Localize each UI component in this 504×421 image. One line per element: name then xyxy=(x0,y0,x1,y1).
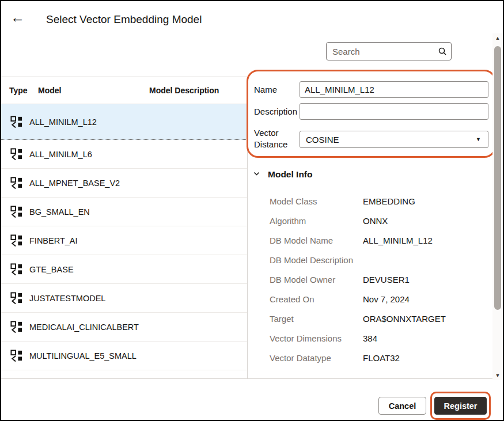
model-name: FINBERT_AI xyxy=(29,236,78,245)
model-name: JUSTATESTMODEL xyxy=(29,294,105,303)
column-header-type: Type xyxy=(9,86,28,95)
model-type-icon xyxy=(1,349,29,362)
model-info-title: Model Info xyxy=(268,169,313,180)
model-name: ALL_MINILM_L6 xyxy=(29,150,92,159)
model-info-fields: Model Class EMBEDDING Algorithm ONNX DB … xyxy=(270,196,490,372)
model-name: GTE_BASE xyxy=(29,265,74,274)
model-info-row: Created On Nov 7, 2024 xyxy=(270,294,490,305)
field-value: FLOAT32 xyxy=(363,352,400,364)
model-info-row: DB Model Name ALL_MINILM_L12 xyxy=(270,235,490,246)
model-info-row: Algorithm ONNX xyxy=(270,215,490,227)
field-label: Vector Dimensions xyxy=(270,333,363,344)
model-name: MULTILINGUAL_E5_SMALL xyxy=(29,351,137,361)
table-row[interactable]: MEDICALAI_CLINICALBERT xyxy=(1,313,247,342)
register-button[interactable]: Register xyxy=(434,397,487,415)
model-info-row: Vector Datatype FLOAT32 xyxy=(270,352,490,364)
select-vector-embedding-model-dialog: ← Select Vector Embedding Model Type Mod… xyxy=(0,0,504,421)
field-value: ORA$ONNXTARGET xyxy=(363,313,446,325)
model-name: ALL_MINILM_L12 xyxy=(29,117,97,127)
field-value: ALL_MINILM_L12 xyxy=(363,235,433,246)
description-field[interactable] xyxy=(300,103,488,120)
search-input[interactable] xyxy=(327,47,434,56)
table-header: Type Model Model Description xyxy=(1,77,247,104)
field-label: DB Model Description xyxy=(270,255,363,266)
collapse-chevron-icon xyxy=(253,169,260,180)
scroll-down-icon[interactable]: ▼ xyxy=(492,371,503,380)
table-row[interactable]: JUSTATESTMODEL xyxy=(1,284,247,313)
model-name: BG_SMALL_EN xyxy=(29,207,90,217)
field-value: Nov 7, 2024 xyxy=(363,294,410,305)
table-row[interactable]: MULTILINGUAL_E5_SMALL xyxy=(1,342,247,370)
column-header-model-description: Model Description xyxy=(149,86,219,95)
field-label: Model Class xyxy=(270,196,363,207)
model-type-icon xyxy=(1,234,29,247)
vector-distance-value: COSINE xyxy=(306,135,339,145)
back-arrow-icon: ← xyxy=(10,9,25,25)
model-type-icon xyxy=(1,176,29,189)
field-value: EMBEDDING xyxy=(363,196,415,207)
table-row[interactable]: ALL_MINILM_L12 xyxy=(1,104,247,140)
field-label: DB Model Name xyxy=(270,235,363,246)
table-row[interactable]: FINBERT_AI xyxy=(1,226,247,255)
field-label: Created On xyxy=(270,294,363,305)
model-type-icon xyxy=(1,320,29,333)
field-value: DEVUSER1 xyxy=(363,274,410,286)
field-label: Algorithm xyxy=(270,215,363,227)
model-info-row: Vector Dimensions 384 xyxy=(270,333,490,344)
table-row[interactable]: GTE_BASE xyxy=(1,255,247,284)
model-name: ALL_MPNET_BASE_V2 xyxy=(29,179,120,188)
search-box xyxy=(326,42,452,60)
scrollbar-thumb[interactable] xyxy=(494,46,501,310)
table-row[interactable]: ALL_MPNET_BASE_V2 xyxy=(1,169,247,198)
model-info-section-toggle[interactable]: Model Info xyxy=(253,169,313,180)
model-type-icon xyxy=(1,263,29,276)
scroll-up-icon[interactable]: ▲ xyxy=(492,33,503,43)
panel-divider xyxy=(247,77,248,379)
model-type-icon xyxy=(1,291,29,305)
search-icon[interactable] xyxy=(434,47,451,56)
model-name: MEDICALAI_CLINICALBERT xyxy=(29,323,139,332)
table-row[interactable]: BG_SMALL_EN xyxy=(1,198,247,226)
table-row[interactable]: ALL_MINILM_L6 xyxy=(1,140,247,169)
name-field[interactable] xyxy=(300,81,488,98)
field-label: Vector Datatype xyxy=(270,352,363,364)
model-list: ALL_MINILM_L12 ALL_MINILM_L6 ALL_MPNET_B… xyxy=(1,104,247,370)
model-info-row: DB Model Description xyxy=(270,255,490,266)
vertical-scrollbar[interactable]: ▲ ▼ xyxy=(492,33,503,380)
model-info-row: DB Model Owner DEVUSER1 xyxy=(270,274,490,286)
model-type-icon xyxy=(1,147,29,161)
column-header-model: Model xyxy=(38,86,61,95)
vector-distance-select[interactable]: COSINE ▼ xyxy=(300,131,488,148)
field-label: Target xyxy=(270,313,363,325)
description-label: Description xyxy=(254,106,297,117)
model-type-icon xyxy=(1,205,29,218)
field-value: ONNX xyxy=(363,215,388,227)
field-label: DB Model Owner xyxy=(270,274,363,286)
content-bottom-divider xyxy=(1,378,503,379)
model-info-row: Model Class EMBEDDING xyxy=(270,196,490,207)
cancel-button[interactable]: Cancel xyxy=(378,397,426,415)
back-button[interactable]: ← xyxy=(10,10,25,25)
name-label: Name xyxy=(254,84,277,96)
dialog-title: Select Vector Embedding Model xyxy=(46,13,202,26)
model-type-icon xyxy=(1,115,29,128)
vector-distance-label: Vector Distance xyxy=(254,127,291,150)
model-info-row: Target ORA$ONNXTARGET xyxy=(270,313,490,325)
field-value: 384 xyxy=(363,333,377,344)
chevron-down-icon: ▼ xyxy=(476,136,481,142)
